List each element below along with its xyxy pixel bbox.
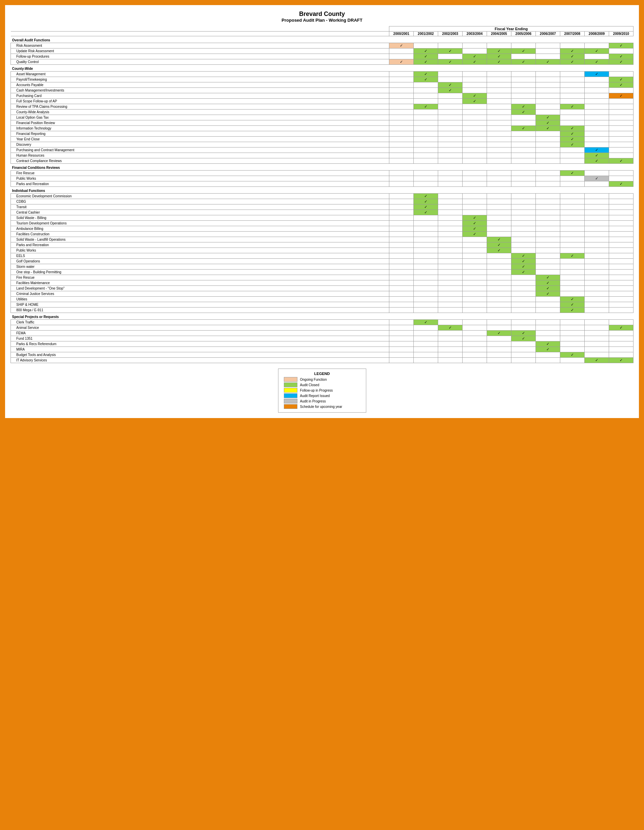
cell xyxy=(560,176,585,181)
row-label: Full Scope Follow-up of AP xyxy=(11,99,389,104)
cell xyxy=(536,199,560,204)
cell xyxy=(414,269,438,275)
cell xyxy=(389,221,414,226)
cell xyxy=(609,104,633,109)
checkmark: ✓ xyxy=(620,93,623,98)
checkmark: ✓ xyxy=(424,60,427,64)
table-row: Storm water✓ xyxy=(11,264,633,269)
cell xyxy=(414,181,438,187)
cell xyxy=(585,43,609,49)
cell xyxy=(463,199,487,204)
cell xyxy=(487,181,511,187)
cell xyxy=(487,264,511,269)
cell xyxy=(560,158,585,164)
checkmark: ✓ xyxy=(473,215,476,220)
cell xyxy=(389,147,414,153)
cell xyxy=(511,43,536,49)
checkmark: ✓ xyxy=(620,54,623,58)
cell xyxy=(463,264,487,269)
cell: ✓ xyxy=(511,59,536,65)
cell xyxy=(463,297,487,302)
cell xyxy=(463,43,487,49)
cell xyxy=(487,43,511,49)
row-label: One stop - Building Permitting xyxy=(11,269,389,275)
cell xyxy=(463,275,487,280)
cell xyxy=(536,88,560,93)
cell xyxy=(389,54,414,59)
cell xyxy=(511,231,536,237)
cell xyxy=(414,115,438,120)
cell xyxy=(487,341,511,347)
cell xyxy=(560,120,585,126)
cell: ✓ xyxy=(414,77,438,82)
cell xyxy=(585,54,609,59)
cell xyxy=(438,286,463,291)
checkmark: ✓ xyxy=(571,131,574,136)
row-label: Discovery xyxy=(11,142,389,147)
table-row: Payroll/Timekeeping✓✓ xyxy=(11,77,633,82)
cell xyxy=(585,302,609,307)
cell xyxy=(511,237,536,242)
cell xyxy=(585,142,609,147)
row-label: Animal Service xyxy=(11,325,389,331)
row-label: Land Development - "One Stop" xyxy=(11,286,389,291)
cell xyxy=(585,126,609,131)
table-row: Risk Assessment✓✓ xyxy=(11,43,633,49)
checkmark: ✓ xyxy=(400,60,403,64)
cell xyxy=(511,242,536,248)
cell: ✓ xyxy=(463,226,487,231)
cell xyxy=(560,215,585,221)
table-row: Accounts Payable✓✓ xyxy=(11,82,633,88)
table-row: FEMA✓✓ xyxy=(11,331,633,336)
row-label: Criminal Justice Services xyxy=(11,291,389,297)
cell xyxy=(536,82,560,88)
cell xyxy=(487,137,511,142)
cell xyxy=(585,341,609,347)
cell xyxy=(560,248,585,253)
cell: ✓ xyxy=(511,331,536,336)
cell xyxy=(560,115,585,120)
cell: ✓ xyxy=(609,158,633,164)
cell xyxy=(438,147,463,153)
cell xyxy=(438,336,463,341)
checkmark: ✓ xyxy=(424,194,427,198)
cell xyxy=(487,280,511,286)
table-row: Cash Management/Investments✓ xyxy=(11,88,633,93)
cell xyxy=(560,193,585,199)
cell xyxy=(487,307,511,313)
cell xyxy=(438,242,463,248)
cell xyxy=(585,307,609,313)
cell xyxy=(487,291,511,297)
cell xyxy=(536,325,560,331)
cell xyxy=(609,286,633,291)
cell xyxy=(389,204,414,210)
cell: ✓ xyxy=(536,126,560,131)
cell xyxy=(585,93,609,99)
row-label: Financial Position Review xyxy=(11,120,389,126)
cell xyxy=(609,291,633,297)
cell xyxy=(414,142,438,147)
cell xyxy=(389,131,414,137)
cell xyxy=(585,242,609,248)
cell xyxy=(438,54,463,59)
cell xyxy=(536,336,560,341)
table-row: Public Works✓ xyxy=(11,176,633,181)
cell xyxy=(560,259,585,264)
cell xyxy=(560,226,585,231)
table-row: SHIP & HOME✓ xyxy=(11,302,633,307)
cell xyxy=(609,99,633,104)
checkmark: ✓ xyxy=(522,110,525,114)
cell xyxy=(389,88,414,93)
cell xyxy=(463,147,487,153)
cell xyxy=(414,280,438,286)
cell xyxy=(487,176,511,181)
cell xyxy=(389,142,414,147)
checkmark: ✓ xyxy=(473,99,476,103)
cell xyxy=(463,71,487,77)
cell: ✓ xyxy=(487,59,511,65)
table-row: Central Cashier✓ xyxy=(11,210,633,215)
cell: ✓ xyxy=(585,49,609,54)
checkmark: ✓ xyxy=(424,54,427,58)
table-row: Financial Reporting✓ xyxy=(11,131,633,137)
row-label: Parks & Recs Referendum xyxy=(11,341,389,347)
